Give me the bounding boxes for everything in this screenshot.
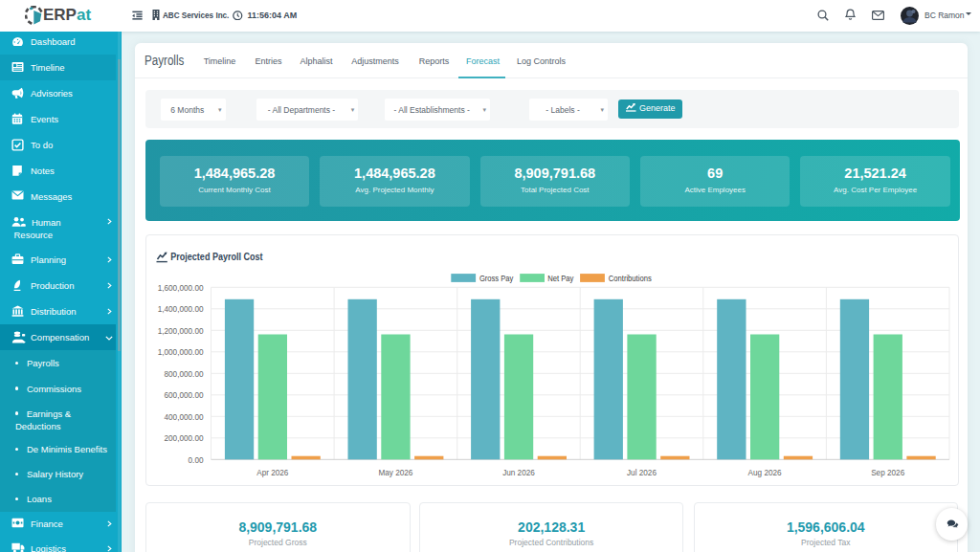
svg-text:Net Pay: Net Pay xyxy=(547,275,574,284)
svg-text:0.00: 0.00 xyxy=(188,456,203,465)
svg-text:Sep 2026: Sep 2026 xyxy=(871,469,905,477)
svg-text:200,000.00: 200,000.00 xyxy=(164,435,203,444)
svg-text:Apr 2026: Apr 2026 xyxy=(256,469,289,477)
svg-text:1,600,000.00: 1,600,000.00 xyxy=(157,284,203,293)
svg-text:May 2026: May 2026 xyxy=(378,469,412,477)
svg-text:Projected Payroll Cost: Projected Payroll Cost xyxy=(170,252,262,263)
svg-text:Aug 2026: Aug 2026 xyxy=(747,469,782,477)
svg-text:600,000.00: 600,000.00 xyxy=(164,392,203,401)
svg-text:400,000.00: 400,000.00 xyxy=(164,413,203,422)
svg-text:Jul 2026: Jul 2026 xyxy=(627,469,657,477)
svg-text:1,400,000.00: 1,400,000.00 xyxy=(157,306,203,315)
svg-text:1,000,000.00: 1,000,000.00 xyxy=(157,349,203,358)
svg-text:Jun 2026: Jun 2026 xyxy=(502,469,535,477)
svg-text:800,000.00: 800,000.00 xyxy=(164,370,203,379)
svg-text:Contributions: Contributions xyxy=(608,275,651,284)
svg-text:Gross Pay: Gross Pay xyxy=(479,275,513,284)
svg-text:1,200,000.00: 1,200,000.00 xyxy=(157,327,203,336)
